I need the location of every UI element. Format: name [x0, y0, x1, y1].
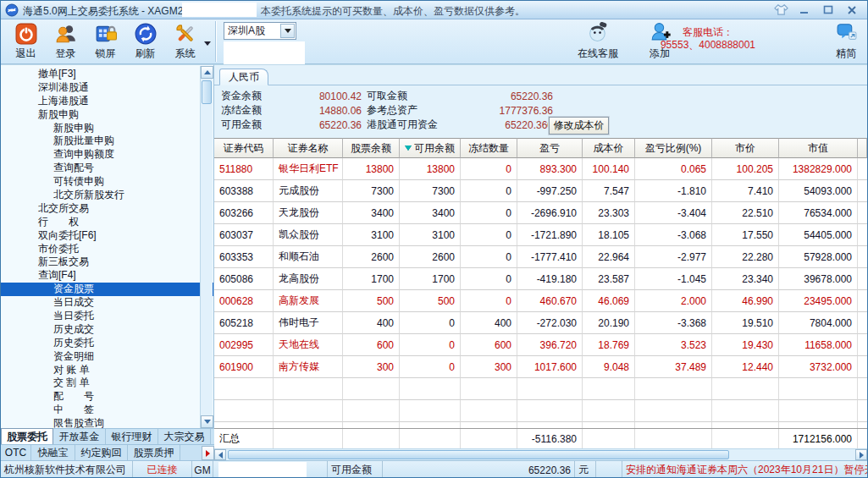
- sidebar-item[interactable]: 资金明细: [1, 350, 213, 364]
- table-row-000628[interactable]: 000628高新发展5005000460.67046.0692.00046.99…: [214, 290, 867, 312]
- sidebar-item[interactable]: 历史成交: [1, 323, 213, 337]
- cell-pl: 460.670: [517, 290, 583, 312]
- sidebar-item[interactable]: 查询配号: [1, 162, 213, 175]
- table-row-603353[interactable]: 603353和顺石油260026000-1777.41022.964-2.977…: [214, 246, 867, 268]
- column-header[interactable]: 股票余额: [343, 138, 400, 158]
- sidebar-item[interactable]: 配 号: [1, 390, 213, 404]
- bottom-tab[interactable]: 开放基金: [53, 429, 106, 444]
- market-select-dropdown-button[interactable]: [280, 24, 295, 38]
- scroll-left-icon[interactable]: [214, 449, 226, 460]
- column-header[interactable]: 可用余额: [400, 138, 461, 158]
- compact-mode-button[interactable]: 精简: [824, 21, 868, 61]
- sidebar-item[interactable]: 新三板交易: [1, 255, 213, 269]
- summary-cell: [343, 429, 400, 448]
- sidebar-item[interactable]: 历史委托: [1, 337, 213, 350]
- tab-currency-rmb[interactable]: 人民币: [219, 69, 268, 85]
- sidebar-item[interactable]: 查询申购额度: [1, 148, 213, 162]
- online-service-button[interactable]: 在线客服: [570, 21, 626, 61]
- scroll-right-icon[interactable]: [855, 449, 867, 460]
- cell-frozen: 0: [461, 246, 517, 268]
- sidebar-item[interactable]: 查询[F4]: [1, 269, 213, 283]
- cell-cost: 18.769: [583, 334, 635, 356]
- sidebar-scrollbar[interactable]: [200, 66, 213, 428]
- sidebar-item[interactable]: 上海港股通: [1, 95, 213, 108]
- sidebar-item-selected[interactable]: 资金股票: [1, 283, 213, 296]
- cell-empty: [400, 422, 461, 428]
- column-header[interactable]: 证券名称: [274, 138, 343, 158]
- bottom-tab[interactable]: 股票委托: [1, 428, 53, 444]
- cell-price: 100.205: [712, 158, 779, 180]
- table-row-603388[interactable]: 603388元成股份730073000-997.2507.547-1.8107.…: [214, 180, 867, 202]
- column-header[interactable]: 盈亏比例(%): [635, 138, 712, 158]
- sidebar-item[interactable]: 新股申购: [1, 108, 213, 122]
- minimize-icon[interactable]: [796, 3, 813, 17]
- table-row-605086[interactable]: 605086龙高股份170017000-419.18023.587-1.0452…: [214, 268, 867, 290]
- modify-cost-price-button[interactable]: 修改成本价: [549, 117, 609, 135]
- account-field-label: 参考总资产: [367, 103, 475, 118]
- sidebar-item[interactable]: 双向委托[F6]: [1, 229, 213, 243]
- toolbar-button-lock[interactable]: 锁屏: [86, 20, 125, 63]
- cell-empty: [400, 400, 461, 422]
- sidebar-item[interactable]: 当日委托: [1, 310, 213, 323]
- sidebar-item[interactable]: 北交所交易: [1, 202, 213, 216]
- horizontal-scrollbar[interactable]: [214, 448, 867, 460]
- column-header[interactable]: 成本价: [583, 138, 635, 158]
- table-row-601900[interactable]: 601900南方传媒30003001017.6009.04837.48912.4…: [214, 356, 867, 378]
- column-header[interactable]: 市价: [712, 138, 779, 158]
- sidebar-item[interactable]: 北交所新股发行: [1, 189, 213, 202]
- column-header[interactable]: 盈亏: [517, 138, 583, 158]
- column-header-label: 盈亏: [539, 141, 560, 156]
- vendor-label: 杭州核新软件技术有限公司: [1, 461, 132, 478]
- table-row-603266[interactable]: 603266天龙股份340034000-2696.91023.303-3.404…: [214, 202, 867, 224]
- cell-empty: [635, 422, 712, 428]
- sidebar-item[interactable]: 当日成交: [1, 296, 213, 310]
- sidebar-item[interactable]: 行 权: [1, 216, 213, 229]
- toolbar-button-login[interactable]: 登录: [46, 20, 86, 63]
- column-header[interactable]: 冻结数量: [461, 138, 517, 158]
- sidebar-item[interactable]: 撤单[F3]: [1, 68, 213, 81]
- sidebar-item[interactable]: 新股批量申购: [1, 135, 213, 148]
- column-header[interactable]: 证券代码: [214, 138, 274, 158]
- bottom-tab[interactable]: 约定购回: [75, 445, 128, 460]
- sidebar-item[interactable]: 限售股查询: [1, 417, 213, 428]
- toolbar-overflow-arrow-icon[interactable]: [204, 41, 211, 46]
- bottom-tab[interactable]: 大宗交易: [158, 429, 211, 444]
- cell-empty: [461, 422, 517, 428]
- table-row-603037[interactable]: 603037凯众股份310031000-1721.89018.105-3.068…: [214, 224, 867, 246]
- column-header[interactable]: 市值: [779, 138, 858, 158]
- cell-balance: 1700: [343, 268, 400, 290]
- bottom-tab[interactable]: 股票质押: [128, 445, 180, 460]
- sidebar-item[interactable]: 市价委托: [1, 243, 213, 256]
- maximize-icon[interactable]: [820, 3, 837, 17]
- bottom-tab[interactable]: 快融宝: [31, 445, 75, 460]
- cell-code: 605218: [214, 312, 274, 334]
- scroll-down-icon[interactable]: [201, 415, 213, 428]
- toolbar-button-tools[interactable]: 系统: [165, 20, 205, 63]
- table-row-002995[interactable]: 002995天地在线6000600396.72018.7693.52319.43…: [214, 334, 867, 356]
- cell-pl: -2696.910: [517, 202, 583, 224]
- scrollbar-thumb[interactable]: [202, 80, 212, 104]
- market-select[interactable]: 深圳A股: [224, 22, 296, 40]
- toolbar-button-refresh[interactable]: 刷新: [125, 20, 165, 63]
- sidebar-item[interactable]: 交 割 单: [1, 376, 213, 390]
- toolbar-button-power[interactable]: 退出: [6, 20, 46, 63]
- table-row-605218[interactable]: 605218伟时电子4000400-272.03020.190-3.36819.…: [214, 312, 867, 334]
- bottom-tab[interactable]: 银行理财: [106, 429, 158, 444]
- sidebar-item[interactable]: 可转债申购: [1, 175, 213, 189]
- cell-filler: [858, 268, 867, 290]
- cell-empty: [712, 400, 779, 422]
- sidebar-item[interactable]: 新股申购: [1, 122, 213, 135]
- close-icon[interactable]: [843, 3, 860, 17]
- cell-name: 元成股份: [274, 180, 343, 202]
- more-tabs-button[interactable]: [202, 446, 214, 460]
- bottom-tab[interactable]: OTC: [1, 445, 31, 460]
- scroll-up-icon[interactable]: [201, 66, 213, 79]
- hscrollbar-thumb[interactable]: [228, 450, 729, 459]
- sidebar-item[interactable]: 深圳港股通: [1, 81, 213, 95]
- sidebar-item[interactable]: 对 账 单: [1, 364, 213, 377]
- cell-name: 天地在线: [274, 334, 343, 356]
- skin-icon[interactable]: [772, 3, 789, 17]
- cell-empty: [274, 400, 343, 422]
- table-row-511880[interactable]: 511880银华日利ETF13800138000893.300100.1400.…: [214, 158, 867, 180]
- sidebar-item[interactable]: 中 签: [1, 404, 213, 417]
